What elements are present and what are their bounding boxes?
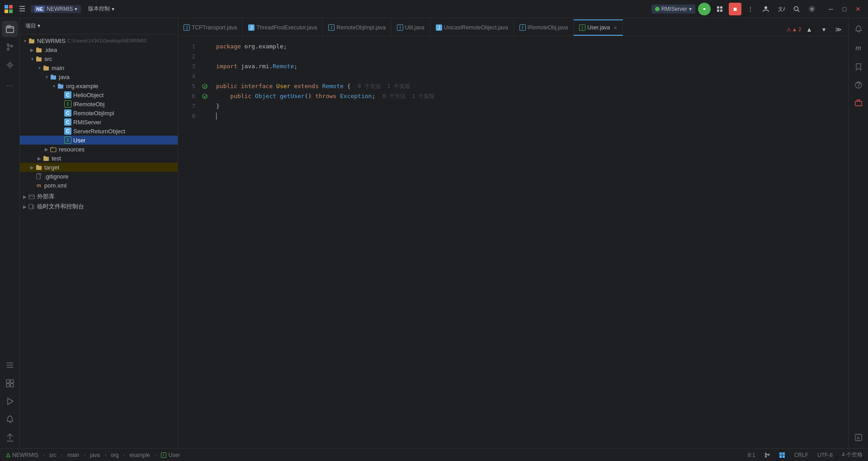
- sidebar-item-run[interactable]: [2, 393, 18, 409]
- rmi-server-button[interactable]: RMIServer ▾: [651, 5, 695, 14]
- breadcrumb-java[interactable]: java: [88, 451, 102, 459]
- tree-pom[interactable]: m pom.xml: [20, 181, 178, 190]
- status-line-ending[interactable]: CRLF: [793, 451, 810, 459]
- status-indent-label: 4 个空格: [842, 451, 863, 459]
- minimize-button[interactable]: ─: [825, 3, 837, 15]
- sidebar-item-more[interactable]: ···: [2, 78, 18, 94]
- user-tab-close[interactable]: ✕: [613, 25, 617, 30]
- tree-src[interactable]: ▾ src: [20, 54, 178, 63]
- svg-rect-28: [51, 148, 56, 152]
- translate-button[interactable]: 文A: [775, 3, 788, 15]
- status-encoding[interactable]: UTF-8: [816, 451, 835, 459]
- tab-util[interactable]: I Util.java: [392, 19, 430, 36]
- expand-up-btn[interactable]: ▲: [803, 23, 816, 36]
- status-windows-icon[interactable]: [777, 451, 787, 459]
- status-encoding-label: UTF-8: [817, 452, 833, 458]
- right-panel6[interactable]: A: [850, 429, 867, 446]
- svg-rect-24: [10, 384, 14, 387]
- svg-rect-34: [29, 204, 33, 209]
- tab-remoteobjimpl[interactable]: I RemoteObjImpl.java: [323, 19, 392, 36]
- tree-hello-object[interactable]: C HelloObject: [20, 90, 178, 99]
- code-editor[interactable]: package org.example; import java.rmi.Rem…: [209, 36, 848, 448]
- hamburger-menu[interactable]: ☰: [17, 3, 27, 15]
- status-position[interactable]: 8:1: [746, 451, 757, 459]
- tab-unicast[interactable]: J UnicastRemoteObject.java: [430, 19, 514, 36]
- iremoteobj-tab-icon: I: [519, 24, 526, 31]
- maximize-button[interactable]: □: [838, 3, 851, 15]
- copilot-button[interactable]: [698, 3, 711, 15]
- filetree-content[interactable]: ▾ NEWRMIS C:\Users\14341\Desktop\NEWRMIS…: [20, 34, 178, 448]
- tree-user[interactable]: I User: [20, 136, 178, 145]
- breadcrumb-sep2: ›: [61, 452, 63, 458]
- unicast-tab-icon: J: [436, 24, 442, 31]
- settings-button[interactable]: [806, 3, 818, 15]
- tree-org-example[interactable]: ▾ org.example: [20, 81, 178, 90]
- sidebar-item-settings[interactable]: [2, 357, 18, 373]
- status-indent[interactable]: 4 个空格: [840, 450, 864, 460]
- user-icon: I: [64, 136, 71, 144]
- sidebar-item-tools[interactable]: [2, 375, 18, 391]
- sidebar-item-git[interactable]: [2, 39, 18, 55]
- right-panel5[interactable]: [850, 95, 867, 111]
- right-bookmarks[interactable]: [850, 59, 867, 75]
- tree-external-libs[interactable]: ▶ 外部库: [20, 192, 178, 202]
- breadcrumb-user-icon: I: [161, 452, 166, 458]
- right-panel2[interactable]: m: [850, 40, 867, 56]
- status-project-name[interactable]: NEWRMIS: [4, 451, 40, 459]
- svg-rect-5: [717, 6, 719, 9]
- tree-gitignore[interactable]: .gitignore: [20, 172, 178, 181]
- tree-test[interactable]: ▶ test: [20, 154, 178, 163]
- tree-target[interactable]: ▶ target: [20, 163, 178, 172]
- threadpool-tab-label: ThreadPoolExecutor.java: [256, 24, 317, 31]
- stop-button[interactable]: ■: [729, 3, 741, 15]
- tree-iremoteobj[interactable]: I IRemoteObj: [20, 99, 178, 108]
- main-folder-icon: [42, 64, 50, 71]
- tree-remoteobjimpl[interactable]: C RemoteObjImpl: [20, 108, 178, 118]
- tree-resources[interactable]: ▶ resources: [20, 145, 178, 154]
- tree-serverreturnobject[interactable]: C ServerReturnObject: [20, 127, 178, 136]
- breadcrumb-user[interactable]: I User: [159, 451, 182, 459]
- sidebar-item-deploy[interactable]: [2, 429, 18, 446]
- breadcrumb-main[interactable]: main: [66, 451, 81, 459]
- breadcrumb-org[interactable]: org: [109, 451, 120, 459]
- breadcrumb-example[interactable]: example: [127, 451, 151, 459]
- project-selector[interactable]: NE NEWRMIS ▾: [31, 5, 81, 13]
- search-button[interactable]: [790, 3, 803, 15]
- target-label: target: [44, 164, 59, 171]
- hint-line-6: 0 个方法 1 个实现: [382, 91, 434, 101]
- gutter-5[interactable]: [201, 81, 209, 91]
- tree-root[interactable]: ▾ NEWRMIS C:\Users\14341\Desktop\NEWRMIS: [20, 36, 178, 45]
- svg-rect-22: [10, 380, 14, 383]
- tab-threadpool[interactable]: J ThreadPoolExecutor.java: [243, 19, 323, 36]
- status-git[interactable]: [763, 452, 772, 459]
- tree-temp-files[interactable]: ▶ 临时文件和控制台: [20, 202, 178, 212]
- tree-rmiserver[interactable]: C RMIServer: [20, 118, 178, 127]
- tab-tcptransport[interactable]: J TCPTransport.java: [178, 19, 243, 36]
- error-badge[interactable]: ⚠ ▲ 2: [787, 27, 801, 33]
- tab-user[interactable]: I User.java ✕: [574, 19, 623, 36]
- tabs-overflow-btn[interactable]: ≫: [832, 23, 844, 36]
- plugins-button[interactable]: [713, 3, 726, 15]
- breadcrumb-src[interactable]: src: [47, 451, 58, 459]
- expand-down-btn[interactable]: ▾: [817, 23, 830, 36]
- idea-folder-icon: [35, 46, 42, 53]
- sidebar-item-plugins[interactable]: [2, 57, 18, 73]
- right-panel4[interactable]: [850, 77, 867, 93]
- sidebar-item-notifications[interactable]: [2, 411, 18, 428]
- close-button[interactable]: ✕: [852, 3, 864, 15]
- version-control-btn[interactable]: 版本控制 ▾: [85, 4, 118, 14]
- tree-idea[interactable]: ▶ .idea: [20, 45, 178, 54]
- editor-main[interactable]: 1 2 3 4 5 6 7 8: [178, 36, 848, 448]
- project-initials: NE: [34, 6, 45, 12]
- sidebar-item-project[interactable]: [2, 21, 18, 37]
- profile-button[interactable]: [760, 3, 772, 15]
- svg-marker-25: [8, 398, 13, 405]
- tree-main[interactable]: ▾ main: [20, 63, 178, 72]
- tab-iremoteobj[interactable]: I IRemoteObj.java: [514, 19, 574, 36]
- svg-rect-51: [782, 452, 785, 455]
- right-notifications[interactable]: [850, 21, 867, 37]
- tree-java[interactable]: ▾ java: [20, 72, 178, 81]
- gutter-6[interactable]: [201, 91, 209, 101]
- filetree-header[interactable]: 项目 ▾: [20, 18, 178, 34]
- more-options[interactable]: ⋮: [744, 3, 757, 15]
